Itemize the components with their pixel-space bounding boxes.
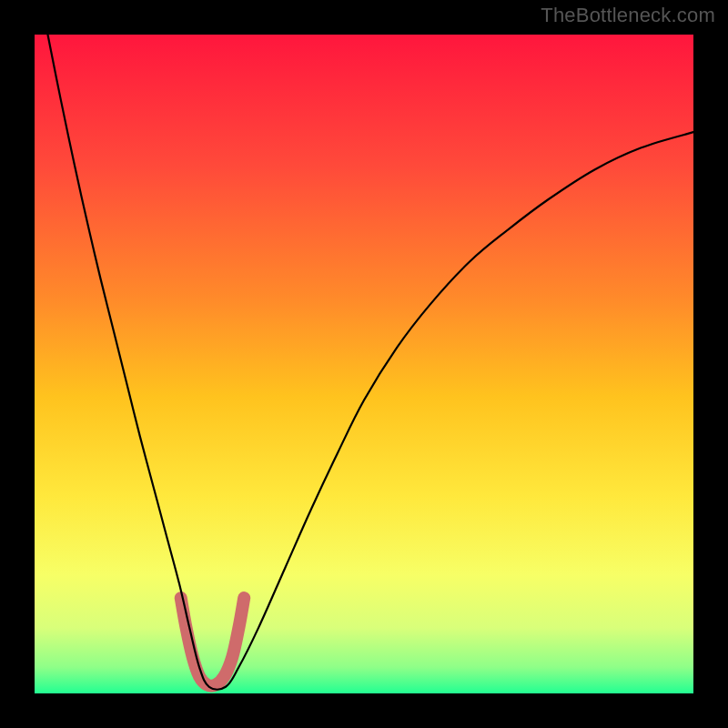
bottleneck-plot xyxy=(0,0,728,728)
chart-stage: TheBottleneck.com xyxy=(0,0,728,728)
plot-background xyxy=(35,35,693,693)
watermark-label: TheBottleneck.com xyxy=(541,4,715,27)
